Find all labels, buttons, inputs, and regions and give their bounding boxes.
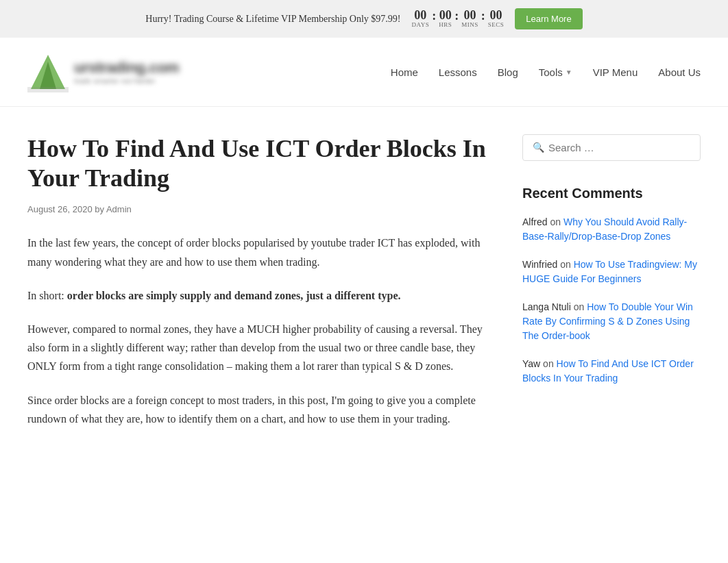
article-by: by — [95, 204, 106, 214]
countdown: 00 DAYS : 00 HRS : 00 MINS : 00 SECS — [411, 9, 504, 29]
nav-vip-menu[interactable]: VIP Menu — [593, 66, 638, 78]
comment-on-3: on — [543, 358, 556, 369]
logo-text-area: urstrading.com trade smarter not harder — [74, 59, 179, 85]
countdown-secs: 00 SECS — [488, 9, 505, 29]
search-input[interactable] — [548, 142, 690, 153]
countdown-sep-3: : — [481, 9, 485, 23]
sidebar: 🔍 Recent Comments Alfred on Why You Shou… — [522, 134, 701, 443]
nav-blog[interactable]: Blog — [498, 66, 518, 78]
comment-item-0: Alfred on Why You Should Avoid Rally-Bas… — [522, 215, 701, 244]
comment-item-3: Yaw on How To Find And Use ICT Order Blo… — [522, 357, 701, 386]
comment-on-2: on — [574, 301, 587, 312]
main-nav: Home Lessons Blog Tools ▼ VIP Menu About… — [391, 66, 701, 78]
logo-mountain-icon — [27, 51, 69, 92]
nav-lessons[interactable]: Lessons — [439, 66, 477, 78]
comment-item-2: Langa Ntuli on How To Double Your Win Ra… — [522, 300, 701, 343]
article-date: August 26, 2020 — [27, 204, 93, 214]
logo-domain: urstrading.com — [74, 59, 179, 77]
article-title: How To Find And Use ICT Order Blocks In … — [27, 134, 495, 193]
comment-link-0[interactable]: Why You Should Avoid Rally-Base-Rally/Dr… — [522, 216, 687, 242]
recent-comments-title: Recent Comments — [522, 186, 701, 201]
countdown-mins: 00 MINS — [461, 9, 478, 29]
comments-list: Alfred on Why You Should Avoid Rally-Bas… — [522, 215, 701, 386]
article-meta: August 26, 2020 by Admin — [27, 204, 495, 214]
svg-rect-2 — [27, 87, 69, 92]
comment-on-1: on — [560, 259, 573, 270]
nav-home[interactable]: Home — [391, 66, 418, 78]
top-banner: Hurry! Trading Course & Lifetime VIP Mem… — [0, 0, 728, 38]
site-logo[interactable]: urstrading.com trade smarter not harder — [27, 45, 199, 99]
comment-item-1: Winfried on How To Use Tradingview: My H… — [522, 258, 701, 286]
nav-about-us[interactable]: About Us — [658, 66, 701, 78]
sidebar-search-box[interactable]: 🔍 — [522, 134, 701, 161]
comment-author-1: Winfried — [522, 259, 557, 270]
article-paragraph-1: In the last few years, the concept of or… — [27, 234, 495, 271]
article-body: In the last few years, the concept of or… — [27, 234, 495, 428]
banner-text: Hurry! Trading Course & Lifetime VIP Mem… — [145, 14, 400, 25]
comment-author-3: Yaw — [522, 358, 540, 369]
logo-tagline: trade smarter not harder — [74, 77, 179, 85]
article-area: How To Find And Use ICT Order Blocks In … — [27, 134, 495, 443]
learn-more-button[interactable]: Learn More — [515, 8, 582, 29]
countdown-sep-2: : — [454, 9, 459, 23]
tools-dropdown-icon: ▼ — [566, 68, 572, 76]
logo-graphic: urstrading.com trade smarter not harder — [27, 45, 199, 99]
article-paragraph-2: In short: order blocks are simply supply… — [27, 286, 495, 305]
site-header: urstrading.com trade smarter not harder … — [0, 38, 728, 107]
comment-author-2: Langa Ntuli — [522, 301, 571, 312]
article-author[interactable]: Admin — [106, 204, 132, 214]
article-bold-phrase: order blocks are simply supply and deman… — [67, 290, 401, 301]
article-paragraph-3: However, compared to normal zones, they … — [27, 320, 495, 376]
nav-tools[interactable]: Tools ▼ — [539, 66, 572, 78]
article-paragraph-4: Since order blocks are a foreign concept… — [27, 391, 495, 428]
countdown-hrs: 00 HRS — [439, 9, 452, 29]
countdown-sep-1: : — [432, 9, 436, 23]
site-main: How To Find And Use ICT Order Blocks In … — [0, 107, 728, 471]
comment-author-0: Alfred — [522, 216, 548, 227]
search-icon: 🔍 — [533, 142, 544, 153]
countdown-days: 00 DAYS — [411, 9, 429, 29]
comment-on-0: on — [550, 216, 563, 227]
